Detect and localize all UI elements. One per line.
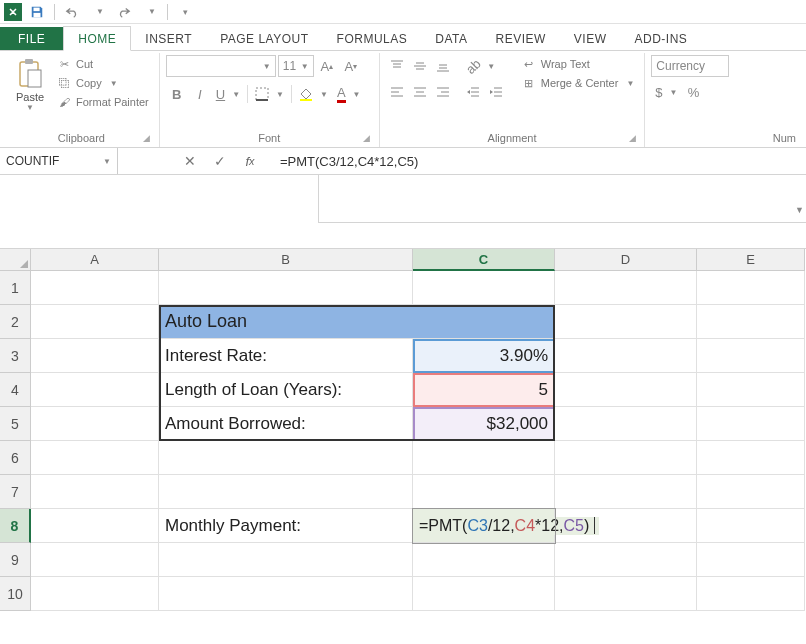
cell-e3[interactable] [697,339,805,373]
cell-d3[interactable] [555,339,697,373]
cell-e6[interactable] [697,441,805,475]
cell-a4[interactable] [31,373,159,407]
align-bottom-button[interactable] [432,55,454,77]
cell-a8[interactable] [31,509,159,543]
cell-b2[interactable]: Auto Loan [159,305,413,339]
format-painter-button[interactable]: 🖌Format Painter [52,93,153,111]
cell-a2[interactable] [31,305,159,339]
increase-indent-button[interactable] [485,81,507,103]
cell-b5[interactable]: Amount Borrowed: [159,407,413,441]
tab-page-layout[interactable]: PAGE LAYOUT [206,27,322,50]
tab-insert[interactable]: INSERT [131,27,206,50]
undo-dropdown[interactable]: ▼ [87,1,109,23]
fill-color-button[interactable]: ▼ [295,83,332,105]
redo-dropdown[interactable]: ▼ [139,1,161,23]
font-name-select[interactable]: ▼ [166,55,276,77]
cut-button[interactable]: ✂Cut [52,55,153,73]
cell-b10[interactable] [159,577,413,611]
cell-c7[interactable] [413,475,555,509]
enter-formula-button[interactable]: ✓ [208,149,232,173]
alignment-launcher[interactable]: ◢ [626,133,638,145]
row-header-1[interactable]: 1 [0,271,31,305]
col-header-d[interactable]: D [555,249,697,271]
tab-addins[interactable]: ADD-INS [621,27,702,50]
cell-c10[interactable] [413,577,555,611]
cell-b6[interactable] [159,441,413,475]
font-color-button[interactable]: A▼ [333,83,365,105]
font-launcher[interactable]: ◢ [361,133,373,145]
cell-c6[interactable] [413,441,555,475]
clipboard-launcher[interactable]: ◢ [141,133,153,145]
cell-d4[interactable] [555,373,697,407]
cell-a1[interactable] [31,271,159,305]
cell-b1[interactable] [159,271,413,305]
cell-a10[interactable] [31,577,159,611]
font-size-select[interactable]: 11▼ [278,55,314,77]
grow-font-button[interactable]: A▴ [316,55,338,77]
copy-button[interactable]: ⿻Copy▼ [52,74,153,92]
row-header-5[interactable]: 5 [0,407,31,441]
insert-function-button[interactable]: fx [238,149,262,173]
tab-file[interactable]: FILE [0,27,63,50]
cell-b9[interactable] [159,543,413,577]
border-button[interactable]: ▼ [251,83,288,105]
tab-home[interactable]: HOME [63,26,131,51]
italic-button[interactable]: I [189,83,211,105]
col-header-b[interactable]: B [159,249,413,271]
cell-a5[interactable] [31,407,159,441]
cell-e10[interactable] [697,577,805,611]
cell-c8[interactable]: =PMT(C3/12,C4*12,C5) [413,509,555,543]
align-left-button[interactable] [386,81,408,103]
shrink-font-button[interactable]: A▾ [340,55,362,77]
percent-button[interactable]: % [682,81,704,103]
underline-button[interactable]: U▼ [212,83,244,105]
name-box[interactable]: COUNTIF▼ [0,148,118,174]
cell-d1[interactable] [555,271,697,305]
row-header-2[interactable]: 2 [0,305,31,339]
cell-d6[interactable] [555,441,697,475]
save-button[interactable] [26,1,48,23]
cell-c3[interactable]: 3.90% [413,339,555,373]
cell-e7[interactable] [697,475,805,509]
align-right-button[interactable] [432,81,454,103]
col-header-a[interactable]: A [31,249,159,271]
cell-e4[interactable] [697,373,805,407]
cell-b3[interactable]: Interest Rate: [159,339,413,373]
cell-d9[interactable] [555,543,697,577]
cancel-formula-button[interactable]: ✕ [178,149,202,173]
cell-a3[interactable] [31,339,159,373]
cell-c1[interactable] [413,271,555,305]
cell-b8[interactable]: Monthly Payment: [159,509,413,543]
cell-b7[interactable] [159,475,413,509]
col-header-e[interactable]: E [697,249,805,271]
cell-c2[interactable] [413,305,555,339]
cell-c4[interactable]: 5 [413,373,555,407]
undo-button[interactable] [61,1,83,23]
merge-center-button[interactable]: ⊞Merge & Center▼ [517,74,639,92]
orientation-button[interactable]: ab▼ [462,55,499,77]
cell-a6[interactable] [31,441,159,475]
cell-a7[interactable] [31,475,159,509]
tab-review[interactable]: REVIEW [481,27,559,50]
cell-d2[interactable] [555,305,697,339]
cell-c9[interactable] [413,543,555,577]
row-header-3[interactable]: 3 [0,339,31,373]
align-center-button[interactable] [409,81,431,103]
cell-b4[interactable]: Length of Loan (Years): [159,373,413,407]
cell-a9[interactable] [31,543,159,577]
accounting-format-button[interactable]: $▼ [651,81,681,103]
col-header-c[interactable]: C [413,249,555,271]
paste-button[interactable]: Paste ▼ [10,55,50,131]
cell-e8[interactable] [697,509,805,543]
align-middle-button[interactable] [409,55,431,77]
row-header-6[interactable]: 6 [0,441,31,475]
number-format-select[interactable]: Currency [651,55,729,77]
wrap-text-button[interactable]: ↩Wrap Text [517,55,639,73]
qat-customize[interactable]: ▾ [174,1,196,23]
select-all-corner[interactable] [0,249,31,271]
row-header-4[interactable]: 4 [0,373,31,407]
align-top-button[interactable] [386,55,408,77]
formula-bar-expand[interactable]: ▼ [795,205,804,215]
cell-c5[interactable]: $32,000 [413,407,555,441]
redo-button[interactable] [113,1,135,23]
